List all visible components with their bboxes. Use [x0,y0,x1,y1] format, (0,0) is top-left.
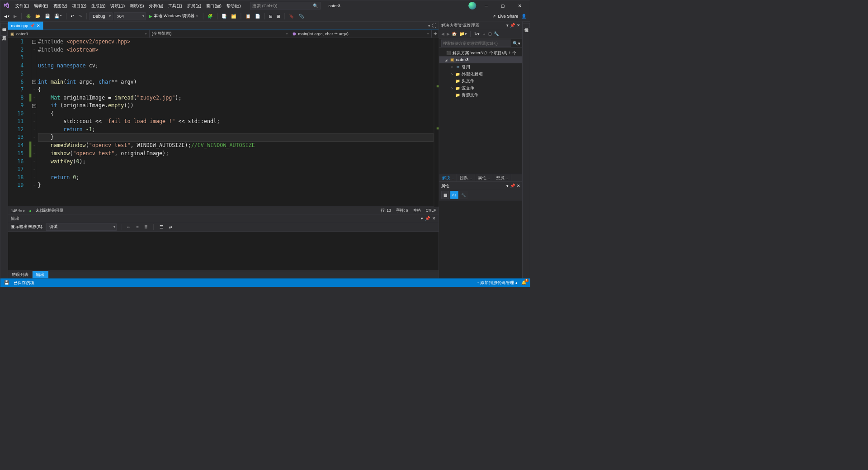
tb-icon-4[interactable]: 📋 [244,13,252,19]
sources-node[interactable]: ▷📁源文件 [439,85,522,92]
close-button[interactable]: ✕ [513,1,527,11]
nav-back-button[interactable]: ◀▾ [2,13,11,19]
panel-menu-icon[interactable]: ▾ [421,216,423,221]
menu-t[interactable]: 工具(T) [166,1,184,10]
sle-showall-icon[interactable]: ⊡ [488,31,492,36]
sle-search-input[interactable] [441,39,511,47]
solution-node[interactable]: ⬛解决方案"cater3"(1 个项目/共 1 个 [439,49,522,57]
project-node[interactable]: ◢▣cater3 [439,56,522,63]
menu-x[interactable]: 扩展(X) [185,1,203,10]
rtab-res[interactable]: 资源... [493,174,511,181]
prop-body[interactable] [439,200,522,278]
menu-n[interactable]: 分析(N) [147,1,165,10]
prop-pin-icon[interactable]: 📌 [510,183,515,188]
right-rail-tab[interactable]: 属性口袋 [523,23,530,28]
open-button[interactable]: 📂 [34,13,42,19]
code-content[interactable]: #include <opencv2/opencv.hpp>#include <i… [37,38,434,190]
nav-scope-dropdown[interactable]: (全局范围) [150,30,290,37]
menu-d[interactable]: 调试(D) [108,1,127,10]
nav-project-dropdown[interactable]: ▣cater3 [8,30,150,37]
output-body[interactable] [8,232,439,271]
prop-categorize-button[interactable]: ▦ [441,191,449,199]
menu-f[interactable]: 文件(F) [13,1,31,10]
minimize-button[interactable]: ─ [479,1,493,11]
source-control-button[interactable]: ↑ 添加到源代码管理 ▴ [477,280,518,285]
menu-w[interactable]: 窗口(W) [204,1,223,10]
tb-icon-8[interactable]: 📎 [297,13,305,19]
global-search-input[interactable]: 搜索 (Ctrl+Q) 🔍 [250,2,321,9]
pin-icon[interactable]: 📌 [30,24,34,28]
zoom-level[interactable]: 145 % ▾ [11,209,25,213]
tab-menu-icon[interactable]: ▾ [428,23,430,28]
tb-icon-6[interactable]: ⊟ [268,13,274,19]
new-project-button[interactable]: ✳️ [24,13,33,19]
output-source-dropdown[interactable]: 调试 [46,223,117,231]
output-tb-2[interactable]: ≡ [135,224,140,230]
headers-node[interactable]: 📁头文件 [439,77,522,85]
notifications-button[interactable]: 🔔1 [521,280,527,285]
menu-e[interactable]: 编辑(E) [32,1,51,10]
rtab-team[interactable]: 团队... [457,174,475,181]
menu-s[interactable]: 测试(S) [127,1,146,10]
refs-node[interactable]: ▷▪▪引用 [439,63,522,71]
menu-v[interactable]: 视图(V) [51,1,70,10]
platform-dropdown[interactable]: x64 [114,12,146,20]
cursor-col[interactable]: 字符: 6 [396,208,408,214]
save-button[interactable]: 💾 [43,13,52,19]
nav-fwd-button[interactable]: ▶ [12,13,18,19]
start-debug-button[interactable]: ▶本地 Windows 调试器▾ [147,12,200,19]
redo-button[interactable]: ↷ [77,13,83,19]
sle-back-icon[interactable]: ◀ [441,31,444,36]
cursor-line[interactable]: 行: 13 [381,208,391,214]
prop-menu-icon[interactable]: ▾ [506,183,509,188]
menu-b[interactable]: 生成(B) [89,1,108,10]
menu-h[interactable]: 帮助(H) [224,1,243,10]
output-tb-4[interactable]: ☰ [158,224,165,230]
solution-tree[interactable]: ⬛解决方案"cater3"(1 个项目/共 1 个 ◢▣cater3 ▷▪▪引用… [439,48,522,174]
tab-output[interactable]: 输出 [33,271,48,278]
sle-collapse-icon[interactable]: ↔ [482,31,486,36]
line-ending[interactable]: CRLF [426,208,436,214]
code-editor[interactable]: 12345678910111213141516171819 −·−··−····… [8,38,439,207]
output-tb-1[interactable]: ↤ [126,224,132,230]
tb-icon-7[interactable]: ⊞ [275,13,282,19]
liveshare-user-icon[interactable]: 👤 [520,13,528,19]
overview-ruler[interactable] [434,38,439,207]
prop-pages-button[interactable]: 🔧 [460,191,467,199]
config-dropdown[interactable]: Debug [90,12,113,20]
tb-icon-3[interactable]: 🗂️ [230,13,238,19]
resources-node[interactable]: 📁资源文件 [439,92,522,99]
issues-label[interactable]: 未找到相关问题 [36,208,63,214]
fold-margin[interactable]: −·−··−·········· [32,38,37,190]
sle-fwd-icon[interactable]: ▶ [447,31,450,36]
tb-icon-2[interactable]: 📑 [220,13,228,19]
sle-pin-icon[interactable]: 📌 [510,23,515,28]
insert-mode[interactable]: 空格 [413,208,421,214]
nav-split-icon[interactable]: ✚ [432,30,439,37]
nav-member-dropdown[interactable]: ⬣main(int argc, char ** argv) [290,30,432,37]
close-tab-icon[interactable]: ✕ [37,23,40,28]
output-tb-3[interactable]: ≣ [143,224,149,230]
sle-refresh-icon[interactable]: ↻▾ [474,31,480,36]
output-tb-5[interactable]: ⇄ [168,224,174,230]
user-avatar[interactable] [468,2,476,9]
sle-prop-icon[interactable]: 🔧 [494,31,499,36]
panel-close-icon[interactable]: ✕ [432,216,436,221]
sle-home-icon[interactable]: 🏠 [452,31,457,36]
tb-icon-1[interactable]: 🧩 [206,13,214,19]
panel-pin-icon[interactable]: 📌 [425,216,430,221]
server-explorer-tab[interactable]: 服务器资源管理器 [0,23,8,28]
menu-p[interactable]: 项目(P) [70,1,89,10]
maximize-button[interactable]: ▢ [496,1,510,11]
toolbox-tab[interactable]: 工具箱 [0,31,8,36]
sle-menu-icon[interactable]: ▾ [506,23,509,28]
sle-search-icon[interactable]: 🔍▾ [513,41,520,46]
bookmark-icon[interactable]: 🔖 [288,13,296,19]
solution-name-label[interactable]: cater3 [325,2,344,9]
prop-alpha-button[interactable]: A↓ [450,191,458,199]
tb-icon-5[interactable]: 📄 [253,13,261,19]
doctab-main-cpp[interactable]: main.cpp 📌 ✕ [8,22,43,30]
tab-error-list[interactable]: 错误列表 [8,271,33,278]
undo-button[interactable]: ↶ [69,13,75,19]
sle-close-icon[interactable]: ✕ [517,23,520,28]
